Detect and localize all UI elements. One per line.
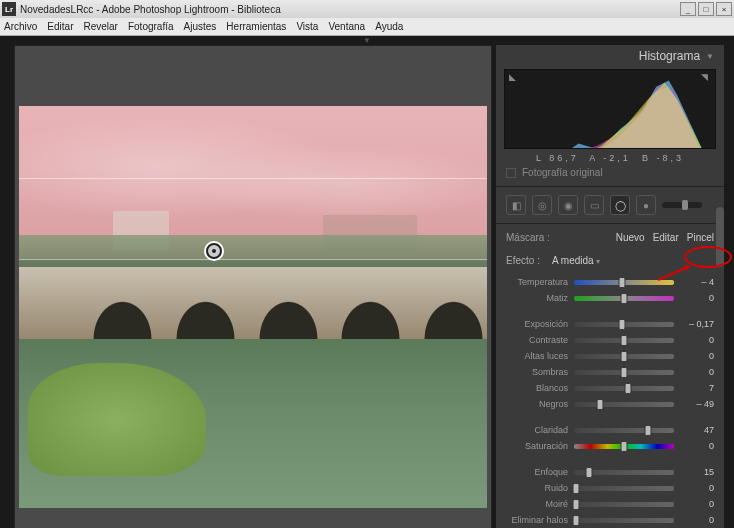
- slider-label: Contraste: [506, 335, 568, 345]
- slider-blancos: Blancos7: [506, 380, 714, 396]
- photo-preview: [19, 106, 487, 508]
- crop-tool[interactable]: ◧: [506, 195, 526, 215]
- menu-revelar[interactable]: Revelar: [83, 21, 117, 32]
- app-icon: Lr: [2, 2, 16, 16]
- slider-knob[interactable]: [597, 399, 604, 410]
- menu-ajustes[interactable]: Ajustes: [184, 21, 217, 32]
- slider-ruido: Ruido0: [506, 480, 714, 496]
- mask-edit[interactable]: Editar: [653, 232, 679, 243]
- slider-track[interactable]: [574, 428, 674, 433]
- maximize-button[interactable]: □: [698, 2, 714, 16]
- slider-value: 0: [680, 293, 714, 303]
- titlebar: Lr NovedadesLRcc - Adobe Photoshop Light…: [0, 0, 734, 18]
- slider-knob[interactable]: [573, 499, 580, 510]
- slider-value: 15: [680, 467, 714, 477]
- slider-knob[interactable]: [619, 319, 626, 330]
- slider-label: Ruido: [506, 483, 568, 493]
- right-panel: Histograma ◣ ◥ L 86,7 A -2,1 B -8,3: [496, 45, 724, 528]
- slider-track[interactable]: [574, 280, 674, 285]
- slider-track[interactable]: [574, 470, 674, 475]
- slider-knob[interactable]: [621, 367, 628, 378]
- slider-value: 7: [680, 383, 714, 393]
- menu-editar[interactable]: Editar: [47, 21, 73, 32]
- slider-track[interactable]: [574, 370, 674, 375]
- slider-knob[interactable]: [573, 483, 580, 494]
- slider-temperatura: Temperatura– 4: [506, 274, 714, 290]
- window-title: NovedadesLRcc - Adobe Photoshop Lightroo…: [20, 4, 680, 15]
- slider-knob[interactable]: [645, 425, 652, 436]
- right-panel-collapse[interactable]: [724, 45, 734, 528]
- effect-dropdown[interactable]: A medida: [552, 255, 600, 266]
- slider-label: Enfoque: [506, 467, 568, 477]
- slider-track[interactable]: [574, 354, 674, 359]
- slider-label: Saturación: [506, 441, 568, 451]
- slider-value: 0: [680, 515, 714, 525]
- left-panel-collapse[interactable]: [0, 45, 10, 528]
- mask-new[interactable]: Nuevo: [616, 232, 645, 243]
- slider-value: 0: [680, 499, 714, 509]
- slider-track[interactable]: [574, 402, 674, 407]
- slider-knob[interactable]: [621, 293, 628, 304]
- radial-tool[interactable]: ◯: [610, 195, 630, 215]
- adjustment-pin[interactable]: [206, 243, 222, 259]
- slider-matiz: Matiz0: [506, 290, 714, 306]
- slider-track[interactable]: [574, 486, 674, 491]
- slider-knob[interactable]: [621, 441, 628, 452]
- slider-label: Exposición: [506, 319, 568, 329]
- slider-contraste: Contraste0: [506, 332, 714, 348]
- slider-value: – 49: [680, 399, 714, 409]
- slider-label: Eliminar halos: [506, 515, 568, 525]
- slider-track[interactable]: [574, 386, 674, 391]
- minimize-button[interactable]: _: [680, 2, 696, 16]
- slider-track[interactable]: [574, 518, 674, 523]
- menu-archivo[interactable]: Archivo: [4, 21, 37, 32]
- panel-scrollbar[interactable]: [716, 207, 724, 267]
- slider-altas-luces: Altas luces0: [506, 348, 714, 364]
- slider-knob[interactable]: [625, 383, 632, 394]
- slider-value: 0: [680, 351, 714, 361]
- menu-herramientas[interactable]: Herramientas: [226, 21, 286, 32]
- grad-tool[interactable]: ▭: [584, 195, 604, 215]
- slider-track[interactable]: [574, 296, 674, 301]
- slider-track[interactable]: [574, 502, 674, 507]
- slider-track[interactable]: [574, 338, 674, 343]
- slider-label: Moiré: [506, 499, 568, 509]
- top-panel-collapse[interactable]: ▼: [0, 36, 734, 45]
- slider-saturación: Saturación0: [506, 438, 714, 454]
- slider-value: 47: [680, 425, 714, 435]
- slider-knob[interactable]: [621, 335, 628, 346]
- tool-size-slider[interactable]: [662, 202, 702, 208]
- image-canvas[interactable]: [14, 45, 492, 528]
- menu-fotografía[interactable]: Fotografía: [128, 21, 174, 32]
- original-checkbox[interactable]: [506, 168, 516, 178]
- slider-value: 0: [680, 335, 714, 345]
- slider-sombras: Sombras0: [506, 364, 714, 380]
- slider-exposición: Exposición– 0,17: [506, 316, 714, 332]
- slider-label: Blancos: [506, 383, 568, 393]
- mask-label: Máscara :: [506, 232, 608, 243]
- slider-label: Temperatura: [506, 277, 568, 287]
- redeye-tool[interactable]: ◉: [558, 195, 578, 215]
- spot-tool[interactable]: ◎: [532, 195, 552, 215]
- slider-label: Matiz: [506, 293, 568, 303]
- original-label: Fotografía original: [522, 167, 603, 178]
- histogram-header[interactable]: Histograma: [496, 45, 724, 67]
- slider-track[interactable]: [574, 322, 674, 327]
- slider-value: 0: [680, 367, 714, 377]
- menu-vista[interactable]: Vista: [296, 21, 318, 32]
- slider-knob[interactable]: [621, 351, 628, 362]
- menubar: ArchivoEditarRevelarFotografíaAjustesHer…: [0, 18, 734, 36]
- slider-label: Altas luces: [506, 351, 568, 361]
- slider-track[interactable]: [574, 444, 674, 449]
- slider-moiré: Moiré0: [506, 496, 714, 512]
- slider-eliminar-halos: Eliminar halos0: [506, 512, 714, 528]
- slider-knob[interactable]: [619, 277, 626, 288]
- mask-brush[interactable]: Pincel: [687, 232, 714, 243]
- slider-knob[interactable]: [586, 467, 593, 478]
- brush-tool[interactable]: ●: [636, 195, 656, 215]
- menu-ventana[interactable]: Ventana: [328, 21, 365, 32]
- close-button[interactable]: ×: [716, 2, 732, 16]
- slider-label: Negros: [506, 399, 568, 409]
- slider-knob[interactable]: [573, 515, 580, 526]
- menu-ayuda[interactable]: Ayuda: [375, 21, 403, 32]
